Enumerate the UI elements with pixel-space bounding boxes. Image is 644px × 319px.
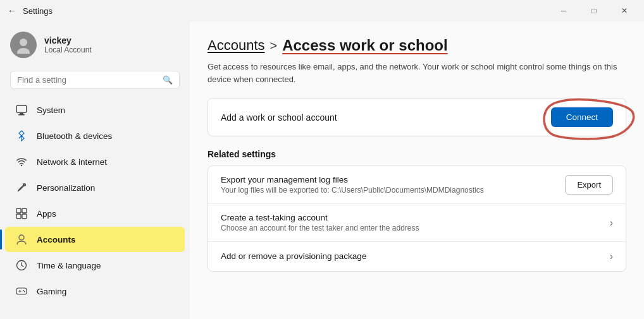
sidebar-item-apps-label: Apps [37,209,175,219]
svg-rect-13 [16,288,27,294]
svg-rect-7 [16,208,21,213]
user-profile: vickey Local Account [0,21,190,68]
app-title: Settings [23,6,53,16]
test-taking-row-info: Create a test-taking account Choose an a… [221,213,419,232]
sidebar-item-gaming-label: Gaming [37,287,175,296]
sidebar-item-system[interactable]: System [5,97,185,123]
svg-point-14 [23,290,24,291]
svg-point-0 [20,39,27,46]
sidebar-item-time[interactable]: Time & language [5,253,185,278]
settings-list: Export your management log files Your lo… [207,166,626,272]
export-row-title: Export your management log files [221,175,484,184]
back-icon[interactable]: ← [8,6,16,16]
svg-rect-2 [16,105,27,112]
export-row-info: Export your management log files Your lo… [221,175,484,195]
nav-list: System Bluetooth & devices [0,97,190,304]
maximize-button[interactable]: □ [579,0,609,21]
system-icon [15,104,28,116]
main-content: Accounts > Access work or school Get acc… [190,21,644,319]
svg-point-11 [19,235,24,240]
sidebar-item-bluetooth[interactable]: Bluetooth & devices [5,123,185,148]
gaming-icon [15,285,28,298]
network-icon [15,155,28,168]
svg-point-15 [24,291,25,292]
sidebar-item-accounts-label: Accounts [37,235,175,244]
sidebar-item-network[interactable]: Network & internet [5,149,185,174]
test-taking-row-sub: Choose an account for the test taker and… [221,224,419,232]
sidebar-item-system-label: System [37,105,175,115]
user-info: vickey Local Account [44,35,92,54]
sidebar-item-network-label: Network & internet [37,157,175,167]
window-controls: ─ □ ✕ [549,0,639,21]
related-settings-title: Related settings [207,149,626,159]
sidebar-item-personalization-label: Personalization [37,183,175,193]
test-taking-row-title: Create a test-taking account [221,213,419,222]
export-button[interactable]: Export [565,175,613,195]
app-body: vickey Local Account 🔍 System [0,21,644,319]
settings-row-provisioning[interactable]: Add or remove a provisioning package › [208,242,626,271]
minimize-button[interactable]: ─ [549,0,578,21]
chevron-right-icon: › [610,217,613,229]
time-icon [15,259,28,272]
avatar [10,32,37,58]
add-account-label: Add a work or school account [221,112,337,123]
breadcrumb-accounts[interactable]: Accounts [207,37,265,54]
chevron-right-icon-2: › [610,251,613,262]
provisioning-row-title: Add or remove a provisioning package [221,251,366,261]
apps-icon [15,207,28,220]
breadcrumb-separator: > [270,39,278,53]
breadcrumb-current: Access work or school [282,37,447,54]
sidebar-item-personalization[interactable]: Personalization [5,175,185,200]
breadcrumb: Accounts > Access work or school [207,37,626,54]
search-box[interactable]: 🔍 [10,71,180,89]
sidebar-item-gaming[interactable]: Gaming [5,279,185,304]
settings-row-test-taking[interactable]: Create a test-taking account Choose an a… [208,204,626,242]
svg-rect-10 [22,214,27,219]
export-row-sub: Your log files will be exported to: C:\U… [221,186,484,195]
settings-row-export: Export your management log files Your lo… [208,166,626,204]
sidebar-item-accounts[interactable]: Accounts [5,227,185,252]
personalization-icon [15,181,28,194]
svg-rect-8 [22,208,27,213]
sidebar: vickey Local Account 🔍 System [0,21,190,319]
close-button[interactable]: ✕ [610,0,639,21]
user-type: Local Account [44,45,92,54]
sidebar-item-bluetooth-label: Bluetooth & devices [37,131,175,141]
user-name: vickey [44,35,92,45]
sidebar-item-time-label: Time & language [37,261,175,270]
connect-button[interactable]: Connect [551,107,613,127]
sidebar-item-apps[interactable]: Apps [5,201,185,226]
titlebar: ← Settings ─ □ ✕ [0,0,644,21]
svg-rect-3 [20,113,23,114]
page-description: Get access to resources like email, apps… [207,61,626,85]
bluetooth-icon [15,129,28,142]
titlebar-left: ← Settings [8,6,53,16]
svg-point-1 [17,48,30,54]
search-icon: 🔍 [163,75,173,85]
svg-rect-4 [18,114,25,116]
svg-point-5 [21,165,22,166]
accounts-icon [15,233,28,246]
add-account-card: Add a work or school account Connect [207,98,626,136]
svg-rect-9 [16,214,21,219]
search-input[interactable] [17,75,158,85]
provisioning-row-info: Add or remove a provisioning package [221,251,366,262]
